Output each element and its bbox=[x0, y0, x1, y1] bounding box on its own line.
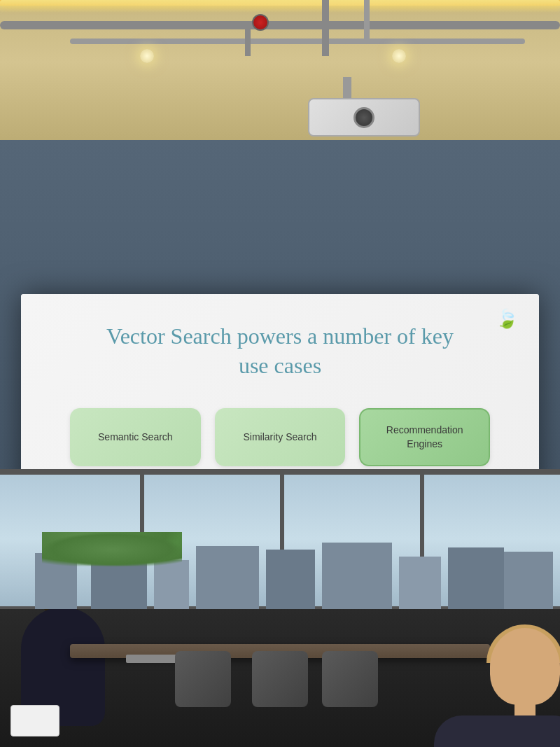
card-similarity-search: Similarity Search bbox=[215, 408, 346, 466]
card-semantic-search: Semantic Search bbox=[70, 408, 201, 466]
person-right-silhouette bbox=[434, 621, 560, 747]
pipe-vertical-3 bbox=[245, 21, 251, 56]
card-recommendation-engines: Recommendation Engines bbox=[359, 408, 490, 466]
pipe-vertical-2 bbox=[364, 0, 370, 42]
building-7 bbox=[399, 557, 441, 609]
spotlight-1 bbox=[140, 49, 154, 63]
room-ceiling bbox=[0, 0, 560, 154]
pipe-horizontal-2 bbox=[70, 39, 525, 44]
projector bbox=[308, 98, 420, 137]
building-3 bbox=[154, 560, 189, 609]
spotlight-2 bbox=[392, 49, 406, 63]
card-label-recommendation-engines: Recommendation Engines bbox=[372, 424, 477, 451]
building-4 bbox=[196, 546, 259, 609]
projector-lens bbox=[354, 107, 374, 128]
card-label-semantic-search: Semantic Search bbox=[98, 431, 173, 445]
slide-title: Vector Search powers a number of key use… bbox=[98, 322, 462, 380]
warm-light bbox=[0, 0, 560, 13]
person-right-shoulder bbox=[434, 715, 560, 747]
pipe-vertical-1 bbox=[322, 0, 329, 56]
screen-wall: 🍃 Vector Search powers a number of key u… bbox=[0, 140, 560, 504]
building-8 bbox=[448, 547, 504, 609]
floor-area bbox=[0, 609, 560, 747]
building-5 bbox=[266, 550, 315, 609]
power-strip bbox=[10, 705, 59, 736]
mongodb-leaf-icon: 🍃 bbox=[496, 308, 518, 330]
window-area bbox=[0, 469, 560, 609]
fire-sprinkler bbox=[252, 14, 269, 31]
person-right-head bbox=[490, 628, 560, 705]
card-label-similarity-search: Similarity Search bbox=[243, 431, 316, 445]
pipe-horizontal-1 bbox=[0, 21, 560, 29]
chair-1 bbox=[175, 651, 231, 707]
building-9 bbox=[504, 552, 553, 609]
chair-3 bbox=[322, 651, 378, 707]
chair-2 bbox=[252, 651, 308, 707]
building-6 bbox=[322, 543, 392, 609]
trees bbox=[42, 532, 182, 567]
